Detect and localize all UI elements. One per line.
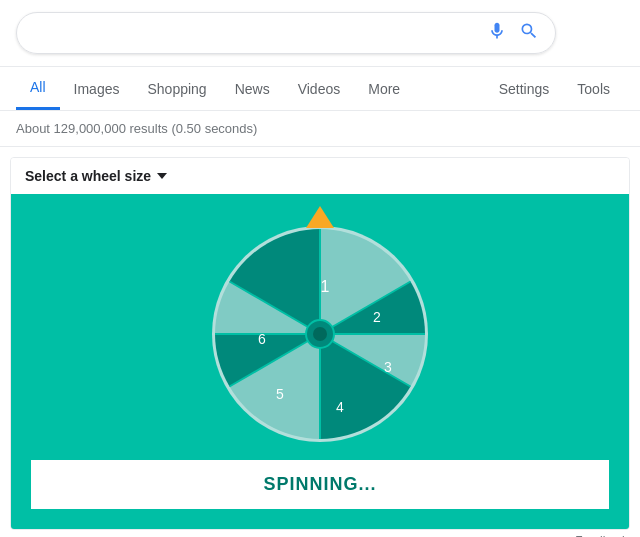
segment-label-4: 4	[336, 399, 344, 415]
search-icons	[487, 21, 539, 45]
nav-right: Settings Tools	[485, 69, 624, 109]
tab-more[interactable]: More	[354, 69, 414, 109]
spinner-wheel[interactable]: 1 2 3 4 5 6	[210, 224, 430, 444]
segment-label-6: 6	[258, 331, 266, 347]
wheel-size-label: Select a wheel size	[25, 168, 151, 184]
search-bar: spinner	[16, 12, 556, 54]
mic-icon[interactable]	[487, 21, 507, 45]
segment-label-5: 5	[276, 386, 284, 402]
wheel-size-selector[interactable]: Select a wheel size	[11, 158, 629, 194]
search-input[interactable]: spinner	[33, 24, 487, 42]
segment-label-3: 3	[384, 359, 392, 375]
search-bar-container: spinner	[0, 0, 640, 67]
tab-shopping[interactable]: Shopping	[133, 69, 220, 109]
tab-videos[interactable]: Videos	[284, 69, 355, 109]
search-icon[interactable]	[519, 21, 539, 45]
results-info: About 129,000,000 results (0.50 seconds)	[0, 111, 640, 147]
tab-news[interactable]: News	[221, 69, 284, 109]
nav-tabs: All Images Shopping News Videos More Set…	[0, 67, 640, 111]
spinner-area: 1 2 3 4 5 6 SPINNING...	[11, 194, 629, 529]
tab-settings[interactable]: Settings	[485, 69, 564, 109]
chevron-down-icon	[157, 173, 167, 179]
feedback-bar: Feedback	[0, 530, 640, 537]
widget-container: Select a wheel size	[10, 157, 630, 530]
tab-tools[interactable]: Tools	[563, 69, 624, 109]
segment-label-2: 2	[373, 309, 381, 325]
spinning-text: SPINNING...	[31, 460, 609, 509]
tab-images[interactable]: Images	[60, 69, 134, 109]
wheel-center-dot	[313, 327, 327, 341]
segment-label-1: 1	[321, 278, 330, 295]
results-count: About 129,000,000 results (0.50 seconds)	[16, 121, 257, 136]
tab-all[interactable]: All	[16, 67, 60, 110]
wheel-wrapper[interactable]: 1 2 3 4 5 6	[210, 224, 430, 444]
wheel-pointer	[306, 206, 334, 228]
spinning-label: SPINNING...	[263, 474, 376, 494]
